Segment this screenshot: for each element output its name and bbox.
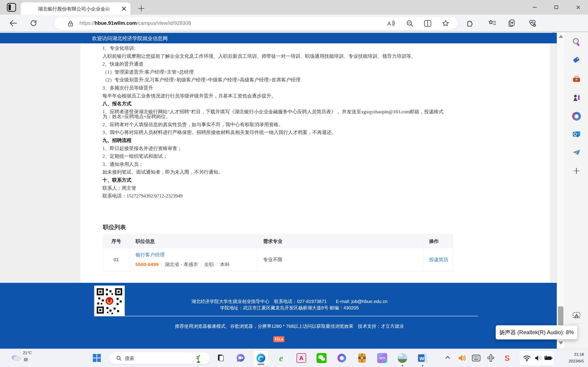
loop-ring-icon (337, 354, 346, 362)
close-icon (576, 5, 580, 9)
salary-range: 5500-6499 (136, 262, 158, 267)
battery-tray-button[interactable] (544, 353, 553, 363)
extensions-puzzle-icon (466, 19, 474, 27)
job-title-link[interactable]: 银行客户经理 (136, 252, 164, 257)
article-paragraph: 1、专业化培训: (103, 46, 451, 51)
window-minimize-button[interactable] (527, 0, 543, 14)
cell-job-info: 银行客户经理 5500-6499湖北省 - 孝感市全职本科 (129, 248, 257, 271)
speaker-icon (534, 355, 543, 361)
apply-resume-link[interactable]: 投递简历 (429, 257, 448, 262)
clock-time: 21:18 (558, 351, 584, 358)
teams-chat-button[interactable] (236, 353, 246, 363)
cloud-icon (10, 352, 22, 362)
touch-keyboard-button[interactable] (471, 353, 481, 363)
header-action: 操作 (423, 235, 453, 248)
sidebar-outlook-button[interactable] (571, 129, 582, 140)
back-button[interactable] (8, 18, 18, 28)
window-maximize-button[interactable] (548, 0, 565, 14)
shopping-tag-icon (572, 56, 581, 65)
job-location: 湖北省 - 孝感市 (165, 262, 198, 267)
scroll-down-arrow-icon[interactable] (559, 342, 563, 344)
lock-icon[interactable] (68, 20, 73, 28)
sidebar-tools-button[interactable] (571, 74, 582, 84)
edge-logo-icon (256, 353, 266, 363)
zip-tool-taskbar-button[interactable] (357, 353, 367, 363)
zoom-button[interactable] (405, 18, 415, 28)
article-paragraph: 3、我中心将对应聘人员材料进行严格保密。招聘所接收材料及相关复印件统一纳入我行人… (103, 130, 451, 135)
article-paragraph: 如未接到笔试、面试通知者，即为未入围，不另行通知。 (103, 170, 451, 175)
weather-widget[interactable] (10, 352, 22, 363)
article-paragraph: 入职前银行观摩期让您提前了解企业文化及工作环境、入职后新员工培训、师带徒一对一培… (103, 54, 451, 59)
article-paragraph: （1）管理渠道晋升:客户经理>主管>总经理 (103, 70, 451, 75)
word-taskbar-button[interactable]: W (418, 353, 428, 363)
extensions-button[interactable] (465, 18, 475, 28)
scroll-up-arrow-icon[interactable] (559, 35, 563, 38)
games-chess-icon (572, 93, 581, 102)
collections-button[interactable] (507, 18, 517, 28)
article-paragraph: 联系电话：15272794392/0712-2323949 (103, 194, 451, 198)
url-text[interactable]: https://hbue.91wllm.com/campus/view/id/9… (79, 20, 191, 26)
sogou-ime-button[interactable]: S (502, 353, 512, 363)
usb-device-icon (487, 354, 495, 362)
read-aloud-button[interactable]: A (386, 18, 396, 28)
tab-actions-menu-icon[interactable] (7, 3, 16, 12)
iqiyi-taskbar-button[interactable]: iQIYI (377, 353, 387, 363)
access-taskbar-button[interactable]: A (296, 353, 306, 363)
orange-speaker-icon (457, 353, 467, 363)
audio-console-tray-button[interactable] (457, 353, 467, 363)
loop-taskbar-button[interactable] (337, 353, 347, 363)
photo-app-taskbar-button[interactable] (397, 353, 407, 363)
desktop-screen: 湖北银行股份有限公司小企业金融 https://hbue.91wllm.com/… (0, 0, 588, 367)
new-tab-button[interactable] (138, 6, 144, 11)
sidebar-games-button[interactable] (571, 92, 582, 103)
wifi-icon (523, 355, 531, 361)
ie-taskbar-button[interactable]: e (276, 353, 286, 363)
page-scrollbar[interactable] (557, 32, 565, 349)
job-type: 全职 (204, 262, 214, 267)
taskbar-search-box[interactable]: 搜索 (109, 352, 210, 364)
tab-close-icon[interactable] (121, 6, 126, 11)
article-paragraph: 1、即日起接受报名并进行资格审查； (103, 146, 451, 151)
taskbar-clock[interactable]: 21:18 2023/6/5 (558, 351, 584, 365)
sidebar-m365-button[interactable] (571, 111, 582, 122)
sidebar-screenshot-button[interactable] (571, 310, 582, 321)
sidebar-customize-button[interactable] (573, 168, 579, 174)
task-view-button[interactable] (216, 353, 225, 363)
sidebar-drop-button[interactable] (571, 147, 582, 158)
edge-taskbar-button[interactable] (256, 353, 266, 363)
tray-overflow-chevron[interactable] (445, 356, 450, 361)
article-paragraph: 每半年会根据员工业务情况进行行员等级评级并晋升，月基本工资也会逐步提升。 (103, 94, 451, 98)
sidebar-shopping-button[interactable] (571, 55, 582, 66)
sidebar-search-button[interactable] (571, 37, 582, 47)
address-bar[interactable]: https://hbue.91wllm.com/campus/view/id/9… (54, 17, 458, 30)
chat-camera-icon (236, 353, 246, 363)
photo-app-running-dot (402, 365, 403, 366)
ie-logo-glyph: e (279, 353, 283, 364)
refresh-button[interactable] (28, 18, 39, 28)
window-close-button[interactable] (570, 0, 586, 14)
browser-toolbar: https://hbue.91wllm.com/campus/view/id/9… (0, 15, 588, 32)
favorite-this-page-button[interactable] (441, 18, 451, 28)
welcome-banner-link[interactable]: 欢迎访问湖北经济学院就业信息网 (92, 35, 168, 42)
browser-tab[interactable]: 湖北银行股份有限公司小企业金融 (21, 2, 130, 15)
split-screen-button[interactable] (423, 18, 433, 28)
start-button[interactable] (93, 354, 101, 362)
word-icon: W (418, 353, 428, 363)
wechat-icon (317, 353, 327, 363)
footer-address-line: 学院地址：武汉市江夏区藏龙岛开发区杨桥湖大道8号 邮编：430205 (23, 305, 556, 311)
volume-tray-button[interactable] (533, 353, 544, 363)
favorites-button[interactable] (487, 18, 497, 28)
scrollbar-thumb[interactable] (558, 307, 563, 325)
weather-condition: 阴 (24, 357, 28, 362)
browser-essentials-button[interactable] (527, 18, 537, 28)
iqiyi-logo: iQIYI (377, 353, 387, 363)
cell-major: 专业不限 (257, 248, 423, 271)
article-heading: 九、招聘流程 (103, 138, 451, 143)
tab-title-fade (103, 5, 117, 13)
hardware-tray-button[interactable] (486, 353, 496, 363)
wifi-tray-button[interactable] (522, 353, 532, 363)
51la-stat-badge[interactable]: 51La (273, 336, 284, 342)
job-list-title: 职位列表 (103, 223, 126, 231)
search-highlight-plant-icon (193, 352, 204, 364)
wechat-taskbar-button[interactable] (317, 353, 327, 363)
